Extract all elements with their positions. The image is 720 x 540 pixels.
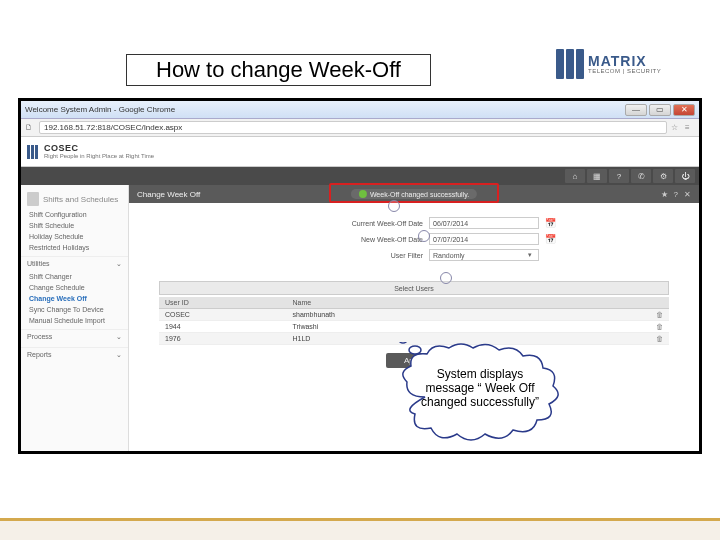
maximize-button[interactable]: ▭ bbox=[649, 104, 671, 116]
current-date-field[interactable]: 06/07/2014 bbox=[429, 217, 539, 229]
sidebar-reports[interactable]: Reports ⌄ bbox=[21, 347, 128, 362]
current-date-label: Current Week-Off Date bbox=[273, 220, 423, 227]
nav-help-icon[interactable]: ? bbox=[609, 169, 629, 183]
delete-icon[interactable]: 🗑 bbox=[638, 309, 669, 321]
col-userid: User ID bbox=[159, 297, 287, 309]
screenshot-frame: Welcome System Admin - Google Chrome — ▭… bbox=[18, 98, 702, 454]
filter-select[interactable]: Randomly ▾ bbox=[429, 249, 539, 261]
filter-label: User Filter bbox=[273, 252, 423, 259]
top-navbar: ⌂ ▦ ? ✆ ⚙ ⏻ bbox=[21, 167, 699, 185]
panel-header: Change Week Off Week-Off changed success… bbox=[129, 185, 699, 203]
slide-title: How to change Week-Off bbox=[126, 54, 431, 86]
close-button[interactable]: ✕ bbox=[673, 104, 695, 116]
nav-settings-icon[interactable]: ⚙ bbox=[653, 169, 673, 183]
sidebar-item-change-weekoff[interactable]: Change Week Off bbox=[21, 293, 128, 304]
success-message: Week-Off changed successfully. bbox=[351, 189, 477, 199]
sidebar-item[interactable]: Holiday Schedule bbox=[21, 231, 128, 242]
brand-logo: MATRIX TELECOM | SECURITY bbox=[556, 42, 696, 86]
chevron-down-icon: ⌄ bbox=[116, 260, 122, 268]
sidebar: Shifts and Schedules Shift Configuration… bbox=[21, 185, 129, 451]
app-tagline: Right People in Right Place at Right Tim… bbox=[44, 153, 154, 159]
app-brand: COSEC bbox=[44, 144, 154, 153]
nav-phone-icon[interactable]: ✆ bbox=[631, 169, 651, 183]
users-table: User ID Name COSEC shambhunath 🗑 1944 Tr… bbox=[159, 297, 669, 345]
minimize-button[interactable]: — bbox=[625, 104, 647, 116]
sidebar-section-icon bbox=[27, 192, 39, 206]
delete-icon[interactable]: 🗑 bbox=[638, 333, 669, 345]
sidebar-item[interactable]: Shift Schedule bbox=[21, 220, 128, 231]
chevron-down-icon: ▾ bbox=[525, 251, 535, 259]
sidebar-reports-label: Reports bbox=[27, 351, 52, 359]
logo-sub: TELECOM | SECURITY bbox=[588, 68, 661, 74]
slide-footer-stripe bbox=[0, 518, 720, 540]
main-panel: Change Week Off Week-Off changed success… bbox=[129, 185, 699, 451]
sidebar-utilities[interactable]: Utilities ⌄ bbox=[21, 256, 128, 271]
apply-button[interactable]: Apply bbox=[386, 353, 442, 368]
table-row[interactable]: COSEC shambhunath 🗑 bbox=[159, 309, 669, 321]
panel-title: Change Week Off bbox=[137, 190, 200, 199]
success-icon bbox=[359, 190, 367, 198]
success-text: Week-Off changed successfully. bbox=[370, 191, 469, 198]
sidebar-process[interactable]: Process ⌄ bbox=[21, 329, 128, 344]
sidebar-item[interactable]: Sync Change To Device bbox=[21, 304, 128, 315]
nav-grid-icon[interactable]: ▦ bbox=[587, 169, 607, 183]
logo-bars-icon bbox=[556, 49, 584, 79]
window-title: Welcome System Admin - Google Chrome bbox=[25, 105, 625, 114]
slide-title-text: How to change Week-Off bbox=[156, 57, 401, 83]
sidebar-item[interactable]: Shift Configuration bbox=[21, 209, 128, 220]
table-row[interactable]: 1944 Triwashi 🗑 bbox=[159, 321, 669, 333]
new-date-label: New Week-Off Date bbox=[273, 236, 423, 243]
new-date-field[interactable]: 07/07/2014 bbox=[429, 233, 539, 245]
nav-power-icon[interactable]: ⏻ bbox=[675, 169, 695, 183]
table-row[interactable]: 1976 H1LD 🗑 bbox=[159, 333, 669, 345]
star-icon[interactable]: ★ bbox=[661, 190, 668, 199]
app-header: COSEC Right People in Right Place at Rig… bbox=[21, 137, 699, 167]
sidebar-section-title: Shifts and Schedules bbox=[43, 195, 118, 204]
select-users-header[interactable]: Select Users bbox=[159, 281, 669, 295]
col-name: Name bbox=[287, 297, 639, 309]
calendar-icon[interactable]: 📅 bbox=[545, 218, 555, 228]
chevron-down-icon: ⌄ bbox=[116, 351, 122, 359]
bookmark-icon[interactable]: ☆ bbox=[671, 123, 681, 133]
logo-main: MATRIX bbox=[588, 54, 661, 68]
menu-icon[interactable]: ≡ bbox=[685, 123, 695, 133]
sidebar-utilities-label: Utilities bbox=[27, 260, 50, 268]
chrome-addressbar: 🗋 192.168.51.72:818/COSEC/Index.aspx ☆ ≡ bbox=[21, 119, 699, 137]
help-icon[interactable]: ? bbox=[674, 190, 678, 199]
chrome-titlebar: Welcome System Admin - Google Chrome — ▭… bbox=[21, 101, 699, 119]
sidebar-item[interactable]: Restricted Holidays bbox=[21, 242, 128, 253]
sidebar-item[interactable]: Change Schedule bbox=[21, 282, 128, 293]
delete-icon[interactable]: 🗑 bbox=[638, 321, 669, 333]
nav-home-icon[interactable]: ⌂ bbox=[565, 169, 585, 183]
page-icon: 🗋 bbox=[25, 123, 35, 133]
sidebar-process-label: Process bbox=[27, 333, 52, 341]
url-text: 192.168.51.72:818/COSEC/Index.aspx bbox=[44, 123, 182, 132]
chevron-down-icon: ⌄ bbox=[116, 333, 122, 341]
sidebar-item[interactable]: Manual Schedule Import bbox=[21, 315, 128, 326]
url-field[interactable]: 192.168.51.72:818/COSEC/Index.aspx bbox=[39, 121, 667, 134]
sidebar-item[interactable]: Shift Changer bbox=[21, 271, 128, 282]
calendar-icon[interactable]: 📅 bbox=[545, 234, 555, 244]
app-logo-icon bbox=[27, 145, 38, 159]
close-panel-icon[interactable]: ✕ bbox=[684, 190, 691, 199]
